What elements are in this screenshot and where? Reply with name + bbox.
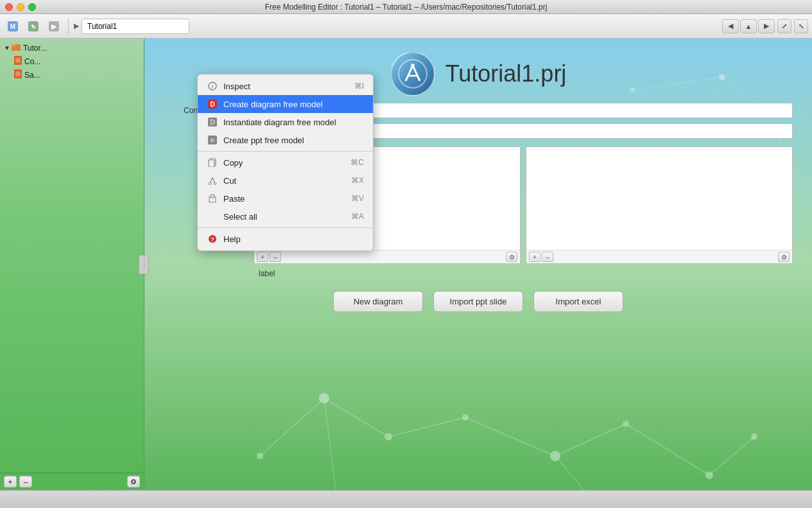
inspect-icon: i	[207, 80, 218, 92]
instantiate-diagram-label: Instantiate diagram free model	[223, 118, 364, 127]
tree-file-icon-co	[14, 56, 22, 67]
context-menu: i Inspect ⌘I D Create diagram free model	[197, 74, 374, 251]
help-label: Help	[223, 234, 364, 244]
tree-item-tutorial[interactable]: ▼ Tutor...	[0, 41, 144, 55]
import-ppt-slide-button[interactable]: Import ppt slide	[433, 291, 523, 312]
maximize-button[interactable]	[28, 3, 36, 11]
breadcrumb-arrow: ▶	[74, 22, 79, 30]
close-button[interactable]	[5, 3, 13, 11]
menu-item-help[interactable]: ? Help	[198, 230, 373, 248]
tree-item-label: Tutor...	[23, 44, 47, 53]
status-bar	[0, 490, 812, 508]
svg-point-9	[15, 58, 21, 63]
menu-item-cut[interactable]: Cut ⌘X	[198, 171, 373, 189]
svg-text:▶: ▶	[51, 22, 57, 30]
menu-item-create-ppt[interactable]: P Create ppt free model	[198, 131, 373, 149]
minimize-button[interactable]	[17, 3, 24, 11]
app-icon-run[interactable]: ▶	[45, 17, 63, 35]
svg-point-58	[209, 182, 211, 185]
title-bar: Free Modelling Editor : Tutorial1 – Tuto…	[0, 0, 812, 14]
app-icon-edit[interactable]: ✎	[24, 17, 42, 35]
main-area: ▼ Tutor... Co...	[0, 39, 812, 490]
new-diagram-button[interactable]: New diagram	[333, 291, 423, 312]
menu-item-copy[interactable]: Copy ⌘C	[198, 153, 373, 171]
menu-item-instantiate-diagram[interactable]: D Instantiate diagram free model	[198, 113, 373, 131]
instantiate-diagram-icon: D	[207, 116, 218, 128]
toolbar: M ✎ ▶ ▶ ◀ ▲ ▶ ⤢ ⤡	[0, 14, 812, 39]
inspect-shortcut: ⌘I	[354, 82, 364, 91]
sidebar-collapse-handle[interactable]: ⋮	[139, 255, 149, 274]
svg-text:M: M	[10, 23, 15, 30]
tree-item-co[interactable]: Co...	[0, 55, 144, 68]
create-ppt-label: Create ppt free model	[223, 136, 364, 145]
sidebar-remove-button[interactable]: –	[19, 476, 32, 487]
tree-item-sa-label: Sa...	[24, 71, 40, 80]
create-diagram-icon: D	[207, 98, 218, 110]
menu-separator-2	[198, 227, 373, 228]
svg-text:?: ?	[211, 236, 214, 243]
svg-text:D: D	[210, 119, 214, 126]
panel-gear-button-right[interactable]: ⚙	[778, 252, 790, 262]
panel-add-button-left[interactable]: +	[257, 252, 268, 262]
tree-folder-icon	[12, 42, 21, 53]
tree-file-icon-sa	[14, 69, 22, 80]
up-button[interactable]: ▲	[740, 19, 757, 33]
nav-buttons: ◀ ▲ ▶	[722, 19, 775, 33]
svg-rect-7	[12, 44, 15, 46]
expand-button[interactable]: ⤢	[777, 19, 791, 33]
model-panel-right-content	[526, 147, 792, 250]
svg-point-59	[214, 182, 216, 185]
panel-add-button-right[interactable]: +	[529, 252, 540, 262]
back-button[interactable]: ◀	[722, 19, 739, 33]
select-all-label: Select all	[223, 212, 351, 222]
import-excel-button[interactable]: Import excel	[533, 291, 623, 312]
sidebar: ▼ Tutor... Co...	[0, 39, 144, 490]
forward-button[interactable]: ▶	[758, 19, 775, 33]
cut-label: Cut	[223, 176, 351, 186]
panel-remove-button-left[interactable]: –	[270, 252, 281, 262]
help-icon: ?	[207, 233, 218, 245]
model-panel-right-footer: + – ⚙	[526, 250, 792, 263]
create-ppt-icon: P	[207, 134, 218, 146]
menu-item-inspect[interactable]: i Inspect ⌘I	[198, 77, 373, 95]
copy-icon	[207, 157, 218, 168]
menu-item-select-all[interactable]: Select all ⌘A	[198, 207, 373, 225]
sidebar-gear-button[interactable]: ⚙	[127, 476, 140, 487]
app-icon-left[interactable]: M	[4, 17, 22, 35]
panel-label: label	[144, 267, 812, 281]
sidebar-add-button[interactable]: +	[4, 476, 17, 487]
panel-gear-button-left[interactable]: ⚙	[506, 252, 517, 262]
select-all-icon	[207, 211, 218, 222]
menu-item-create-diagram[interactable]: D Create diagram free model	[198, 95, 373, 113]
paste-shortcut: ⌘V	[351, 194, 364, 203]
breadcrumb-area: ▶	[74, 19, 720, 34]
toolbar-separator	[68, 19, 69, 34]
svg-point-45	[411, 64, 415, 67]
paste-label: Paste	[223, 194, 351, 204]
create-diagram-label: Create diagram free model	[223, 100, 364, 109]
svg-text:✎: ✎	[31, 24, 36, 30]
panel-remove-button-right[interactable]: –	[542, 252, 553, 262]
toolbar-right: ⤢ ⤡	[777, 19, 808, 33]
svg-text:i: i	[212, 83, 214, 90]
project-title: Tutorial1.prj	[445, 60, 567, 87]
tree-expand-arrow: ▼	[4, 44, 10, 51]
sidebar-bottom-bar: + – ⚙	[0, 473, 144, 490]
svg-rect-55	[209, 160, 214, 167]
svg-rect-61	[211, 195, 214, 198]
traffic-lights[interactable]	[5, 3, 36, 11]
tree-item-sa[interactable]: Sa...	[0, 68, 144, 82]
tree-item-co-label: Co...	[24, 57, 40, 66]
paste-icon	[207, 193, 218, 204]
select-all-shortcut: ⌘A	[351, 212, 364, 221]
content-area: Tutorial1.prj Conceptual model ▶ Concept…	[144, 39, 812, 490]
menu-item-paste[interactable]: Paste ⌘V	[198, 189, 373, 207]
cut-shortcut: ⌘X	[351, 176, 364, 185]
menu-separator-1	[198, 151, 373, 152]
breadcrumb-input[interactable]	[82, 19, 189, 34]
cut-icon	[207, 175, 218, 186]
collapse-button[interactable]: ⤡	[794, 19, 808, 33]
app-logo	[390, 51, 435, 96]
copy-label: Copy	[223, 158, 350, 168]
model-panel-left-footer: + – ⚙	[254, 250, 520, 263]
